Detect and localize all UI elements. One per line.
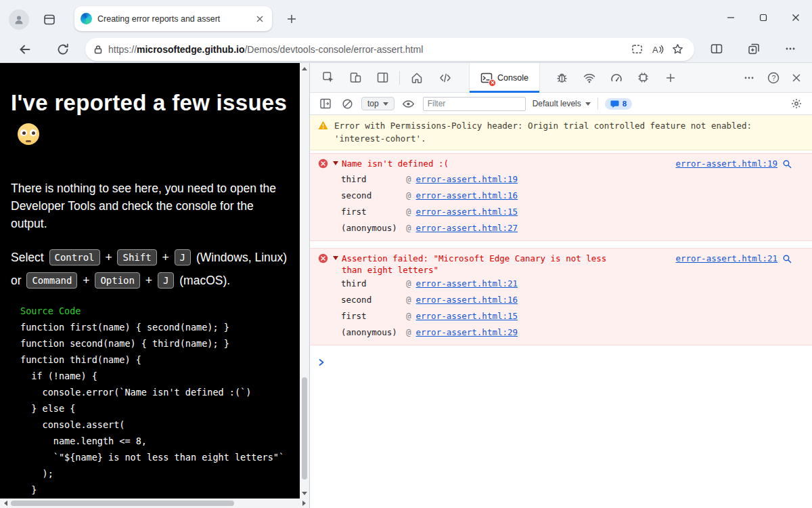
- shortcut-text: (macOS).: [176, 274, 230, 287]
- add-panel-plus-icon[interactable]: [659, 66, 682, 89]
- code-line: function first(name) { second(name); }: [20, 319, 290, 335]
- stack-at-symbol: @: [406, 204, 411, 220]
- tab-welcome-home-icon[interactable]: [405, 66, 428, 89]
- error-message-text: Assertion failed: "Microsoft Edge Canary…: [342, 253, 618, 276]
- shortcut-text: Select: [11, 251, 47, 264]
- settings-menu-icon[interactable]: [778, 37, 803, 60]
- stack-frame-row: (anonymous)@error-assert.html:27: [310, 220, 812, 236]
- stack-source-link[interactable]: error-assert.html:27: [416, 220, 518, 236]
- scroll-up-arrow[interactable]: [300, 63, 309, 72]
- stack-source-link[interactable]: error-assert.html:21: [416, 276, 518, 292]
- stack-source-link[interactable]: error-assert.html:16: [416, 188, 518, 204]
- tab-sources-code-icon[interactable]: [434, 66, 457, 89]
- address-bar[interactable]: https://microsoftedge.github.io/Demos/de…: [85, 38, 694, 61]
- code-lines: function first(name) { second(name); }fu…: [20, 319, 290, 508]
- flushed-emoji-icon: [18, 123, 39, 145]
- code-line: name.length <= 8,: [20, 433, 290, 449]
- chevron-down-icon: [585, 102, 591, 108]
- vertical-scrollbar-thumb[interactable]: [302, 377, 307, 480]
- source-code-block: Source Code function first(name) { secon…: [11, 303, 290, 508]
- console-tab-label: Console: [497, 73, 528, 83]
- browser-toolbar: https://microsoftedge.github.io/Demos/de…: [0, 35, 812, 63]
- favorites-star-icon[interactable]: [667, 39, 687, 60]
- profile-avatar[interactable]: [9, 9, 29, 30]
- stack-source-link[interactable]: error-assert.html:15: [416, 204, 518, 220]
- console-prompt[interactable]: [310, 352, 812, 373]
- stack-source-link[interactable]: error-assert.html:19: [416, 171, 518, 188]
- live-expression-eye-icon[interactable]: [401, 96, 416, 111]
- edge-favicon-icon: [81, 13, 92, 24]
- filter-input[interactable]: [423, 97, 526, 111]
- page-content: I've reported a few issues There is noth…: [0, 63, 309, 508]
- lock-icon[interactable]: [93, 45, 103, 54]
- close-window-button[interactable]: [780, 4, 812, 31]
- console-sidebar-icon[interactable]: [318, 96, 333, 111]
- error-message-text: Name isn't defined :(: [342, 158, 449, 169]
- split-screen-icon[interactable]: [704, 37, 729, 60]
- tab-performance-gauge-icon[interactable]: [605, 66, 628, 89]
- horizontal-scrollbar-thumb[interactable]: [11, 501, 234, 506]
- issues-counter[interactable]: 8: [605, 98, 632, 110]
- console-error-message: Name isn't defined :(error-assert.html:1…: [310, 153, 812, 241]
- page-paragraph: There is nothing to see here, you need t…: [11, 179, 283, 232]
- back-button[interactable]: [14, 38, 37, 61]
- close-devtools-icon[interactable]: [785, 66, 808, 89]
- shortcut-text: +: [142, 274, 156, 287]
- tab-debugger-bug-icon[interactable]: [551, 66, 574, 89]
- stack-function-name: first: [341, 308, 406, 324]
- context-value: top: [367, 99, 379, 108]
- svg-text:A: A: [652, 44, 658, 54]
- kbd-key: Option: [95, 272, 140, 289]
- stack-source-link[interactable]: error-assert.html:16: [416, 292, 518, 308]
- inspect-element-icon[interactable]: [317, 66, 340, 89]
- tab-memory-chip-icon[interactable]: [632, 66, 655, 89]
- help-icon[interactable]: ?: [762, 66, 785, 89]
- web-capture-icon[interactable]: [627, 39, 647, 60]
- vertical-scrollbar[interactable]: [300, 63, 309, 499]
- url-host: microsoftedge.github.io: [137, 44, 244, 55]
- source-location-link[interactable]: error-assert.html:21: [675, 253, 777, 264]
- scroll-down-arrow[interactable]: [300, 489, 309, 499]
- collections-icon[interactable]: [742, 37, 766, 60]
- tab-console[interactable]: Console: [469, 63, 540, 93]
- refresh-button[interactable]: [51, 38, 74, 61]
- device-emulation-icon[interactable]: [344, 66, 367, 89]
- expand-triangle-icon[interactable]: [333, 256, 338, 260]
- devtools-panel: Console ?: [309, 63, 812, 508]
- tab-network-wifi-icon[interactable]: [578, 66, 601, 89]
- clear-console-icon[interactable]: [340, 96, 355, 111]
- source-location-link[interactable]: error-assert.html:19: [675, 158, 777, 169]
- toolbar-separator: [399, 71, 400, 85]
- expand-triangle-icon[interactable]: [333, 161, 338, 165]
- stack-at-symbol: @: [406, 188, 411, 204]
- person-icon: [13, 14, 25, 26]
- read-aloud-icon[interactable]: A: [647, 39, 667, 60]
- scroll-left-arrow[interactable]: [0, 499, 9, 508]
- magnifier-icon[interactable]: [782, 159, 792, 169]
- more-options-icon[interactable]: [738, 66, 761, 89]
- magnifier-icon[interactable]: [782, 254, 792, 263]
- window-controls: [715, 0, 812, 35]
- minimize-button[interactable]: [715, 4, 747, 31]
- stack-source-link[interactable]: error-assert.html:15: [416, 308, 518, 324]
- workspaces-icon[interactable]: [41, 11, 58, 28]
- stack-source-link[interactable]: error-assert.html:29: [416, 324, 518, 341]
- javascript-context-dropdown[interactable]: top: [361, 97, 394, 110]
- code-line: `"${name} is not less than eight letters…: [20, 449, 290, 465]
- console-terminal-icon: [480, 72, 493, 84]
- browser-tab[interactable]: Creating error reports and assert: [74, 6, 272, 31]
- url-scheme: https://: [108, 44, 137, 55]
- tab-strip: Creating error reports and assert: [0, 0, 812, 35]
- new-tab-button[interactable]: [283, 10, 300, 28]
- maximize-button[interactable]: [747, 4, 780, 31]
- shortcut-line: Select Control + Shift + J (Windows, Lin…: [11, 246, 290, 292]
- code-line: if (!name) {: [20, 368, 290, 384]
- log-levels-dropdown[interactable]: Default levels: [533, 99, 591, 108]
- console-settings-gear-icon[interactable]: [789, 96, 804, 111]
- dock-side-icon[interactable]: [371, 66, 394, 89]
- horizontal-scrollbar[interactable]: [0, 499, 309, 508]
- tab-close-icon[interactable]: [254, 13, 266, 25]
- stack-at-symbol: @: [406, 171, 411, 188]
- scroll-right-arrow[interactable]: [300, 499, 309, 508]
- stack-function-name: (anonymous): [341, 324, 406, 341]
